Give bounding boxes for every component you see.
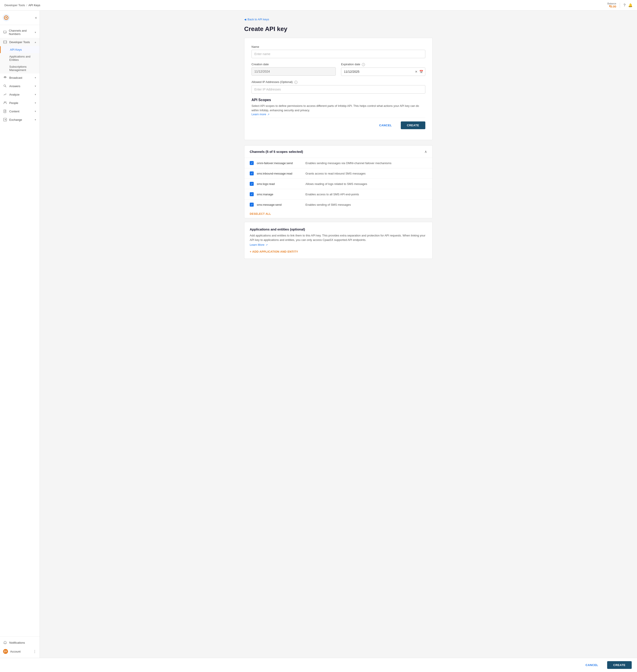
sidebar-label-exchange: Exchange [9, 118, 22, 122]
sidebar-nav: Channels and Numbers ▼ [0, 25, 40, 636]
scope-row: ✓ sms:inbound-message:read Grants access… [244, 168, 432, 179]
applications-learn-more-link[interactable]: Learn More ↗ [250, 243, 268, 247]
expiration-date-input-wrapper: ✕ 📅 [341, 68, 425, 76]
scope-row: ✓ sms:manage Enables access to all SMS A… [244, 189, 432, 200]
sidebar-label-developer-tools: Developer Tools [9, 40, 30, 44]
people-icon [3, 101, 7, 105]
sidebar-item-notifications[interactable]: Notifications [0, 638, 40, 647]
chat-icon [3, 30, 7, 34]
name-form-group: Name [252, 45, 425, 58]
bottom-action-bar: CANCEL CREATE [0, 658, 637, 672]
sidebar-label-account: Account [10, 650, 21, 653]
scope-name-0: omni-failover:message:send [257, 162, 306, 165]
code-icon [3, 40, 7, 44]
sidebar-label-channels-numbers: Channels and Numbers [9, 29, 34, 36]
breadcrumb-separator: / [26, 3, 27, 7]
sidebar-item-content[interactable]: Content ▼ [0, 107, 40, 115]
help-icon[interactable]: ? [623, 3, 625, 7]
chevron-down-content-icon: ▼ [34, 110, 36, 113]
expiration-date-label: Expiration date i [341, 62, 425, 66]
scope-description-0: Enables sending messages via OMNI-channe… [306, 162, 427, 165]
sidebar-item-developer-tools[interactable]: Developer Tools ▲ [0, 38, 40, 46]
sidebar-item-analyze[interactable]: Analyze ▼ [0, 90, 40, 99]
balance-amount: ₹0.00 [607, 5, 616, 8]
back-link[interactable]: ◀ Back to API keys [244, 18, 433, 21]
app-logo [3, 14, 10, 21]
top-bar-divider [620, 3, 620, 8]
sidebar-item-people[interactable]: People ▼ [0, 99, 40, 107]
applications-title: Applications and entities (optional) [250, 228, 427, 231]
check-icon: ✓ [251, 193, 253, 196]
check-icon: ✓ [251, 162, 253, 165]
sidebar-top: « [0, 11, 40, 25]
sidebar-item-api-keys[interactable]: API Keys [0, 46, 40, 53]
sidebar-section-developer-tools: Developer Tools ▲ API Keys Applications … [0, 38, 40, 73]
content-wrapper: ◀ Back to API keys Create API key Name C… [239, 11, 438, 271]
sidebar-item-exchange[interactable]: Exchange ▼ [0, 115, 40, 124]
scope-checkbox-2[interactable]: ✓ [250, 182, 254, 186]
sidebar-label-content: Content [9, 110, 19, 113]
chevron-down-people-icon: ▼ [34, 102, 36, 104]
clear-icon[interactable]: ✕ [415, 70, 418, 73]
add-application-entity-button[interactable]: + ADD APPLICATION AND ENTITY [250, 250, 427, 253]
deselect-all-section: DESELECT ALL [244, 210, 432, 218]
sidebar-collapse-button[interactable]: « [35, 16, 37, 20]
scope-checkbox-1[interactable]: ✓ [250, 171, 254, 176]
scope-description-1: Grants access to read inbound SMS messag… [306, 172, 427, 175]
more-icon[interactable]: ⋮ [33, 650, 36, 654]
balance-label: Balance [607, 2, 616, 5]
account-avatar: DY [3, 649, 8, 654]
sidebar-item-account[interactable]: DY Account ⋮ [0, 647, 40, 656]
answers-icon [3, 84, 7, 88]
breadcrumb: Developer Tools / API Keys [4, 3, 40, 7]
create-button-top[interactable]: CREATE [401, 122, 425, 129]
scope-description-2: Allows reading of logs related to SMS me… [306, 182, 427, 186]
api-scopes-description: Select API scopes to define permissions … [252, 104, 425, 112]
ip-form-group: Allowed IP Addresses (Optional) i [252, 80, 425, 94]
channels-card: Channels (5 of 5 scopes selected) ∧ ✓ om… [244, 145, 433, 218]
top-bar-right: Balance ₹0.00 ? 🔔 [607, 2, 633, 8]
sidebar-item-subscriptions[interactable]: Subscriptions Management [0, 63, 40, 73]
scope-checkbox-0[interactable]: ✓ [250, 161, 254, 165]
sidebar-item-answers[interactable]: Answers ▼ [0, 82, 40, 90]
deselect-all-button[interactable]: DESELECT ALL [244, 210, 276, 218]
notification-icon[interactable]: 🔔 [628, 3, 633, 7]
scope-checkbox-4[interactable]: ✓ [250, 203, 254, 206]
sidebar-item-channels-numbers[interactable]: Channels and Numbers ▼ [0, 27, 40, 38]
chevron-down-answers-icon: ▼ [34, 85, 36, 87]
logo-ring [4, 16, 8, 20]
expiration-date-icons: ✕ 📅 [415, 70, 423, 73]
expiration-info-icon[interactable]: i [362, 63, 365, 66]
ip-input[interactable] [252, 85, 425, 94]
back-link-text: Back to API keys [248, 18, 269, 21]
sidebar-item-applications-entities[interactable]: Applications and Entities [0, 53, 40, 63]
body-layout: « Channels and Numbers ▼ [0, 11, 637, 658]
main-content: ◀ Back to API keys Create API key Name C… [40, 11, 637, 658]
channels-title: Channels (5 of 5 scopes selected) [250, 150, 303, 153]
expiration-date-input[interactable] [341, 68, 425, 76]
sidebar-submenu-developer-tools: API Keys Applications and Entities Subsc… [0, 46, 40, 73]
scope-name-3: sms:manage [257, 193, 306, 196]
scope-checkbox-3[interactable]: ✓ [250, 192, 254, 196]
calendar-icon[interactable]: 📅 [419, 70, 423, 73]
sidebar-item-broadcast[interactable]: Broadcast ▼ [0, 73, 40, 82]
applications-card: Applications and entities (optional) Add… [244, 222, 433, 259]
cancel-button-bottom[interactable]: CANCEL [579, 661, 604, 669]
channels-collapse-button[interactable]: ∧ [424, 149, 427, 154]
name-input[interactable] [252, 50, 425, 58]
applications-external-icon: ↗ [266, 243, 268, 246]
creation-date-col: Creation date [252, 62, 336, 80]
ip-info-icon[interactable]: i [294, 81, 297, 84]
api-scopes-learn-more-link[interactable]: Learn more ↗ [252, 113, 269, 116]
create-button-bottom[interactable]: CREATE [607, 661, 632, 669]
svg-point-2 [4, 85, 5, 87]
exchange-icon [3, 118, 7, 122]
balance-section: Balance ₹0.00 [607, 2, 616, 8]
app-container: Developer Tools / API Keys Balance ₹0.00… [0, 0, 637, 672]
scope-name-4: sms:message:send [257, 203, 306, 206]
creation-date-group: Creation date [252, 62, 336, 76]
creation-date-input[interactable] [252, 67, 336, 76]
cancel-button-top[interactable]: CANCEL [373, 122, 398, 129]
logo-dot [5, 17, 7, 18]
creation-date-label: Creation date [252, 62, 336, 66]
